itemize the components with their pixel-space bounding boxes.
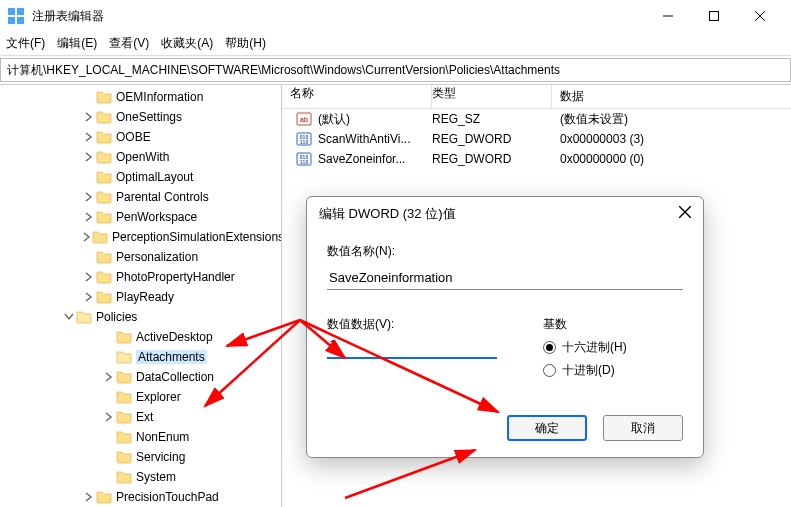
chevron-right-icon[interactable]	[82, 292, 96, 302]
folder-icon	[96, 209, 112, 225]
row-type: REG_DWORD	[432, 152, 552, 166]
folder-icon	[96, 289, 112, 305]
tree-item-label: OOBE	[116, 130, 151, 144]
edit-dword-dialog: 编辑 DWORD (32 位)值 数值名称(N): SaveZoneinform…	[306, 196, 704, 458]
tree-item[interactable]: PrecisionTouchPad	[82, 487, 281, 507]
folder-icon	[116, 349, 132, 365]
tree-item-label: NonEnum	[136, 430, 189, 444]
svg-rect-1	[17, 8, 24, 15]
svg-rect-5	[710, 12, 719, 21]
radio-hex[interactable]: 十六进制(H)	[543, 339, 683, 356]
tree-item[interactable]: PerceptionSimulationExtensions	[82, 227, 281, 247]
tree-item-attachments[interactable]: Attachments	[102, 347, 281, 367]
radio-dec-label: 十进制(D)	[562, 362, 615, 379]
dword-value-icon: 010110	[296, 131, 312, 147]
chevron-right-icon[interactable]	[82, 192, 96, 202]
col-data[interactable]: 数据	[552, 88, 791, 105]
folder-icon	[92, 229, 108, 245]
svg-text:110: 110	[300, 139, 309, 145]
chevron-right-icon[interactable]	[82, 232, 92, 242]
chevron-right-icon[interactable]	[82, 112, 96, 122]
tree-item[interactable]: OEMInformation	[82, 87, 281, 107]
svg-rect-2	[8, 17, 15, 24]
svg-text:ab: ab	[300, 116, 308, 123]
radio-dec[interactable]: 十进制(D)	[543, 362, 683, 379]
tree-item[interactable]: Parental Controls	[82, 187, 281, 207]
close-button[interactable]	[737, 0, 783, 32]
value-name-field[interactable]: SaveZoneinformation	[327, 266, 683, 290]
radio-hex-label: 十六进制(H)	[562, 339, 627, 356]
tree-item[interactable]: Ext	[102, 407, 281, 427]
list-row[interactable]: 010110 SaveZoneinfor... REG_DWORD 0x0000…	[282, 149, 791, 169]
tree-item[interactable]: OpenWith	[82, 147, 281, 167]
folder-icon	[96, 169, 112, 185]
chevron-right-icon[interactable]	[102, 372, 116, 382]
base-label: 基数	[543, 316, 683, 333]
tree-item[interactable]: Servicing	[102, 447, 281, 467]
folder-icon	[116, 389, 132, 405]
ok-button[interactable]: 确定	[507, 415, 587, 441]
list-row[interactable]: 010110 ScanWithAntiVi... REG_DWORD 0x000…	[282, 129, 791, 149]
svg-text:110: 110	[300, 159, 309, 165]
value-data-input[interactable]	[327, 333, 497, 359]
col-type[interactable]: 类型	[432, 85, 552, 108]
tree-pane[interactable]: OEMInformation OneSettings OOBE OpenWith…	[0, 85, 282, 507]
row-data: (数值未设置)	[552, 111, 791, 128]
tree-item-label: PlayReady	[116, 290, 174, 304]
svg-rect-3	[17, 17, 24, 24]
dialog-title: 编辑 DWORD (32 位)值	[319, 205, 456, 223]
menu-favorites[interactable]: 收藏夹(A)	[161, 35, 213, 52]
tree-item[interactable]: Explorer	[102, 387, 281, 407]
tree-item[interactable]: OptimalLayout	[82, 167, 281, 187]
tree-item[interactable]: PlayReady	[82, 287, 281, 307]
chevron-right-icon[interactable]	[82, 132, 96, 142]
tree-item-label: Parental Controls	[116, 190, 209, 204]
dword-value-icon: 010110	[296, 151, 312, 167]
list-row[interactable]: ab (默认) REG_SZ (数值未设置)	[282, 109, 791, 129]
menu-help[interactable]: 帮助(H)	[225, 35, 266, 52]
menu-edit[interactable]: 编辑(E)	[57, 35, 97, 52]
chevron-right-icon[interactable]	[102, 412, 116, 422]
tree-item-label: OpenWith	[116, 150, 169, 164]
tree-item-label: Personalization	[116, 250, 198, 264]
value-data-label: 数值数据(V):	[327, 316, 513, 333]
folder-icon	[96, 129, 112, 145]
tree-item[interactable]: ActiveDesktop	[102, 327, 281, 347]
menu-file[interactable]: 文件(F)	[6, 35, 45, 52]
tree-item-label: PenWorkspace	[116, 210, 197, 224]
folder-icon	[76, 309, 92, 325]
tree-item-policies[interactable]: Policies	[62, 307, 281, 327]
menu-view[interactable]: 查看(V)	[109, 35, 149, 52]
chevron-down-icon[interactable]	[62, 312, 76, 322]
folder-icon	[116, 409, 132, 425]
dialog-titlebar: 编辑 DWORD (32 位)值	[307, 197, 703, 231]
chevron-right-icon[interactable]	[82, 272, 96, 282]
minimize-button[interactable]	[645, 0, 691, 32]
tree-item[interactable]: PhotoPropertyHandler	[82, 267, 281, 287]
maximize-button[interactable]	[691, 0, 737, 32]
row-data: 0x00000003 (3)	[552, 132, 791, 146]
tree-item[interactable]: DataCollection	[102, 367, 281, 387]
tree-item-label: Ext	[136, 410, 153, 424]
tree-item[interactable]: NonEnum	[102, 427, 281, 447]
tree-item[interactable]: OneSettings	[82, 107, 281, 127]
tree-item[interactable]: PenWorkspace	[82, 207, 281, 227]
chevron-right-icon[interactable]	[82, 152, 96, 162]
folder-icon	[116, 449, 132, 465]
chevron-right-icon[interactable]	[82, 212, 96, 222]
tree-item[interactable]: System	[102, 467, 281, 487]
tree-item[interactable]: Personalization	[82, 247, 281, 267]
folder-icon	[96, 269, 112, 285]
dialog-close-button[interactable]	[679, 206, 691, 221]
cancel-button[interactable]: 取消	[603, 415, 683, 441]
tree-item[interactable]: OOBE	[82, 127, 281, 147]
chevron-right-icon[interactable]	[82, 492, 96, 502]
window-title: 注册表编辑器	[32, 8, 104, 25]
col-name[interactable]: 名称	[282, 85, 432, 108]
regedit-icon	[8, 8, 24, 24]
folder-icon	[96, 109, 112, 125]
row-name: ScanWithAntiVi...	[318, 132, 410, 146]
tree-item-label: Servicing	[136, 450, 185, 464]
address-bar[interactable]: 计算机\HKEY_LOCAL_MACHINE\SOFTWARE\Microsof…	[0, 58, 791, 82]
row-name: (默认)	[318, 111, 350, 128]
